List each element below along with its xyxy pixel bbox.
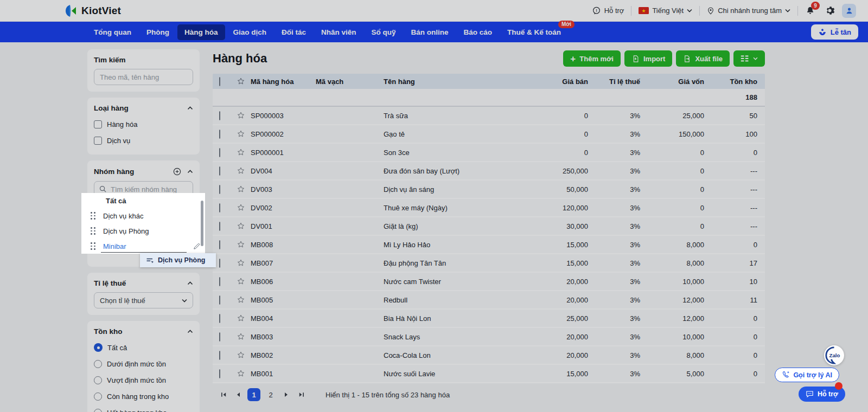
ai-call-label: Gọi trợ lý AI bbox=[793, 371, 832, 379]
group-item-label: Minibar bbox=[103, 242, 126, 250]
group-item-label: Dịch vụ Phòng bbox=[103, 227, 149, 235]
phone-plus-icon bbox=[782, 371, 790, 379]
drag-handle-icon[interactable] bbox=[91, 242, 95, 250]
group-item-selected[interactable]: Minibar bbox=[81, 239, 205, 254]
support-label: Hỗ trợ bbox=[818, 390, 838, 398]
group-all-label: Tất cả bbox=[106, 197, 126, 205]
drag-ghost-label: Dịch vụ Phòng bbox=[158, 256, 206, 264]
edit-group-button[interactable] bbox=[193, 242, 201, 250]
ai-call-button[interactable]: Gọi trợ lý AI bbox=[775, 368, 839, 382]
support-notification-dot bbox=[835, 382, 843, 390]
drag-ghost-chip: Dịch vụ Phòng bbox=[140, 253, 216, 267]
group-list-drag-panel: Tất cả Dịch vụ khác Dịch vụ Phòng Miniba… bbox=[81, 193, 205, 254]
pencil-icon bbox=[193, 242, 201, 250]
group-item[interactable]: Dịch vụ Phòng bbox=[81, 223, 205, 239]
zalo-chat-button[interactable]: Zalo bbox=[824, 345, 844, 365]
drag-handle-icon[interactable] bbox=[91, 212, 95, 220]
group-item-label: Dịch vụ khác bbox=[103, 212, 143, 220]
list-scrollbar[interactable] bbox=[201, 201, 203, 246]
zalo-icon: Zalo bbox=[825, 346, 843, 364]
chat-bubble-icon bbox=[806, 390, 814, 398]
drag-handle-icon[interactable] bbox=[91, 227, 95, 235]
group-item-all[interactable]: Tất cả bbox=[81, 193, 205, 208]
svg-text:Zalo: Zalo bbox=[829, 352, 840, 358]
drag-move-icon bbox=[146, 257, 154, 264]
drop-indicator-line bbox=[101, 252, 187, 253]
group-item[interactable]: Dịch vụ khác bbox=[81, 208, 205, 223]
